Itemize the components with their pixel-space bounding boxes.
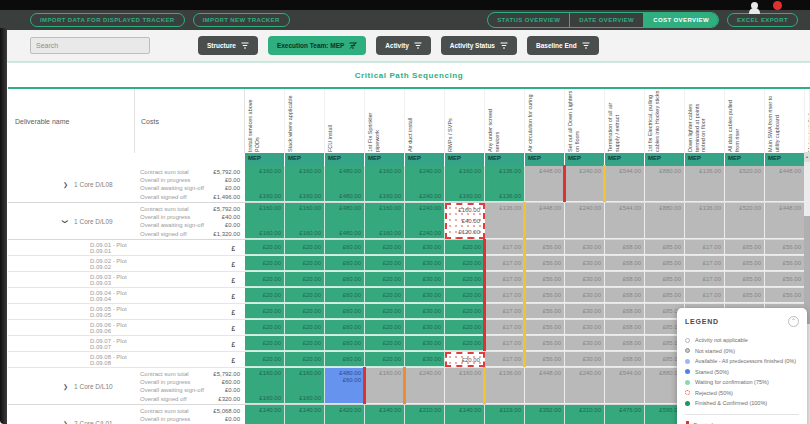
activity-cell-done[interactable]: £20.00 [365, 288, 405, 303]
expand-chevron-icon[interactable]: ❯ [63, 181, 68, 188]
activity-cell-done[interactable]: £20.00 [365, 240, 405, 255]
activity-cell-done[interactable]: £20.00 [285, 320, 325, 335]
activity-cell-done[interactable]: £20.00 [365, 256, 405, 271]
activity-cell-rejected[interactable]: £160.00£40.00£120.00 [445, 203, 485, 239]
activity-cell-not[interactable]: £30.00 [565, 320, 605, 335]
activity-cell-done[interactable]: £480.00£480.00 [325, 166, 365, 202]
activity-cell-not[interactable]: £65.00 [725, 272, 765, 287]
activity-cell-done[interactable]: £136.00£136.00 [485, 166, 525, 202]
activity-cell-done[interactable]: £160.00£160.00 [365, 166, 405, 202]
activity-cell-not[interactable]: £544.00 [605, 166, 645, 202]
activity-cell-not[interactable]: £160.00 [365, 368, 405, 404]
activity-cell-not[interactable]: £68.00 [605, 320, 645, 335]
activity-cell-done[interactable]: £60.00 [325, 336, 365, 351]
activity-cell-not[interactable]: £56.00 [765, 240, 805, 255]
activity-cell-not[interactable]: £30.00 [565, 304, 605, 319]
activity-cell-done[interactable]: £20.00 [365, 352, 405, 367]
view-tab-status-overview[interactable]: STATUS OVERVIEW [488, 13, 570, 27]
activity-cell-done[interactable]: £20.00 [445, 240, 485, 255]
search-input[interactable] [30, 37, 150, 54]
activity-cell-done[interactable]: £20.00 [245, 352, 285, 367]
activity-cell-not[interactable]: £68.00 [605, 272, 645, 287]
activity-cell-not[interactable]: £136.00 [685, 203, 725, 239]
activity-cell-done[interactable]: £60.00 [325, 352, 365, 367]
activity-cell-done[interactable]: £20.00 [365, 272, 405, 287]
activity-cell-done[interactable]: £20.00 [245, 256, 285, 271]
activity-cell-not[interactable]: £160.00 [445, 368, 485, 404]
activity-cell-not[interactable]: £136.00 [485, 203, 525, 239]
activity-cell-done[interactable]: £20.00 [245, 272, 285, 287]
activity-cell-not[interactable]: £448.00 [765, 203, 805, 239]
activity-cell-not[interactable]: £448.00 [525, 203, 565, 239]
activity-cell-not[interactable]: £30.00 [565, 256, 605, 271]
activity-cell-done[interactable]: £30.00 [405, 272, 445, 287]
activity-cell-not[interactable]: £85.00 [645, 240, 685, 255]
activity-cell-not[interactable]: £17.00 [485, 304, 525, 319]
activity-cell-not[interactable]: £56.00 [525, 288, 565, 303]
activity-cell-done[interactable]: £160.00£160.00 [285, 166, 325, 202]
activity-cell-done[interactable]: £20.00 [285, 288, 325, 303]
activity-cell-not[interactable]: £56.00 [765, 256, 805, 271]
activity-cell-not[interactable]: £240.00 [565, 368, 605, 404]
activity-cell-done[interactable]: £30.00 [405, 336, 445, 351]
activity-cell-done[interactable]: £210.00 [565, 405, 605, 424]
activity-cell-not[interactable]: £240.00 [565, 166, 605, 202]
activity-cell-done[interactable]: £20.00 [245, 288, 285, 303]
activity-cell-done[interactable]: £160.00£160.00 [285, 368, 325, 404]
activity-cell-not[interactable]: £68.00 [605, 336, 645, 351]
activity-cell-not[interactable]: £448.00 [525, 368, 565, 404]
activity-cell-not[interactable]: £65.00 [725, 288, 765, 303]
activity-cell-not[interactable]: £56.00 [525, 304, 565, 319]
activity-cell-done[interactable]: £20.00 [445, 272, 485, 287]
activity-cell-not[interactable]: £56.00 [525, 256, 565, 271]
user-icon[interactable] [751, 2, 758, 9]
activity-cell-not[interactable]: £17.00 [485, 240, 525, 255]
activity-cell-not[interactable]: £17.00 [685, 272, 725, 287]
activity-cell-done[interactable]: £60.00 [325, 272, 365, 287]
activity-cell-not[interactable]: £520.00 [725, 203, 765, 239]
notification-badge[interactable] [773, 1, 782, 10]
activity-cell-done[interactable]: £20.00 [445, 320, 485, 335]
activity-cell-not[interactable]: £17.00 [485, 272, 525, 287]
activity-cell-not[interactable]: £68.00 [605, 288, 645, 303]
activity-cell-started[interactable]: £480.00£60.00 [325, 368, 365, 404]
activity-cell-not[interactable]: £17.00 [485, 256, 525, 271]
activity-cell-done[interactable]: £60.00 [325, 240, 365, 255]
activity-cell-done[interactable]: £140.00 [245, 405, 285, 424]
activity-cell-done[interactable]: £20.00 [285, 352, 325, 367]
activity-cell-done[interactable]: £20.00 [245, 240, 285, 255]
activity-cell-done[interactable]: £160.00£160.00 [285, 203, 325, 239]
activity-cell-done[interactable]: £20.00 [285, 256, 325, 271]
activity-cell-done[interactable]: £240.00£240.00 [405, 203, 445, 239]
activity-cell-done[interactable]: £140.00 [285, 405, 325, 424]
activity-cell-rejected[interactable]: £20.00 [445, 352, 485, 367]
activity-cell-done[interactable]: £20.00 [445, 304, 485, 319]
activity-cell-not[interactable]: £68.00 [605, 304, 645, 319]
activity-cell-not[interactable]: £240.00 [405, 368, 445, 404]
activity-cell-not[interactable]: £30.00 [565, 240, 605, 255]
view-tab-date-overview[interactable]: DATE OVERVIEW [570, 13, 644, 27]
activity-cell-done[interactable]: £20.00 [365, 336, 405, 351]
activity-cell-not[interactable]: £880.00 [645, 203, 685, 239]
activity-cell-not[interactable]: £240.00 [565, 203, 605, 239]
activity-cell-not[interactable]: £448.00 [525, 166, 565, 202]
activity-cell-done[interactable]: £20.00 [365, 320, 405, 335]
expand-chevron-icon[interactable]: ❯ [63, 420, 68, 424]
activity-cell-not[interactable]: £68.00 [605, 256, 645, 271]
activity-cell-done[interactable]: £20.00 [245, 304, 285, 319]
activity-cell-done[interactable]: £140.00 [445, 405, 485, 424]
activity-cell-done[interactable]: £160.00£160.00 [245, 203, 285, 239]
activity-cell-not[interactable]: £85.00 [645, 288, 685, 303]
activity-cell-done[interactable]: £20.00 [285, 240, 325, 255]
scrollbar-thumb[interactable] [804, 216, 810, 324]
collapse-chevron-icon[interactable]: ❯ [62, 218, 69, 223]
activity-cell-not[interactable]: £17.00 [685, 240, 725, 255]
activity-cell-done[interactable]: £480.00£480.00 [325, 203, 365, 239]
activity-cell-not[interactable]: £56.00 [525, 320, 565, 335]
activity-cell-not[interactable]: £65.00 [725, 240, 765, 255]
activity-cell-done[interactable]: £119.00 [485, 405, 525, 424]
excel-export-button[interactable]: EXCEL EXPORT [727, 13, 798, 27]
activity-cell-done[interactable]: £20.00 [245, 320, 285, 335]
activity-cell-done[interactable]: £30.00 [405, 320, 445, 335]
activity-cell-not[interactable]: £544.00 [605, 368, 645, 404]
